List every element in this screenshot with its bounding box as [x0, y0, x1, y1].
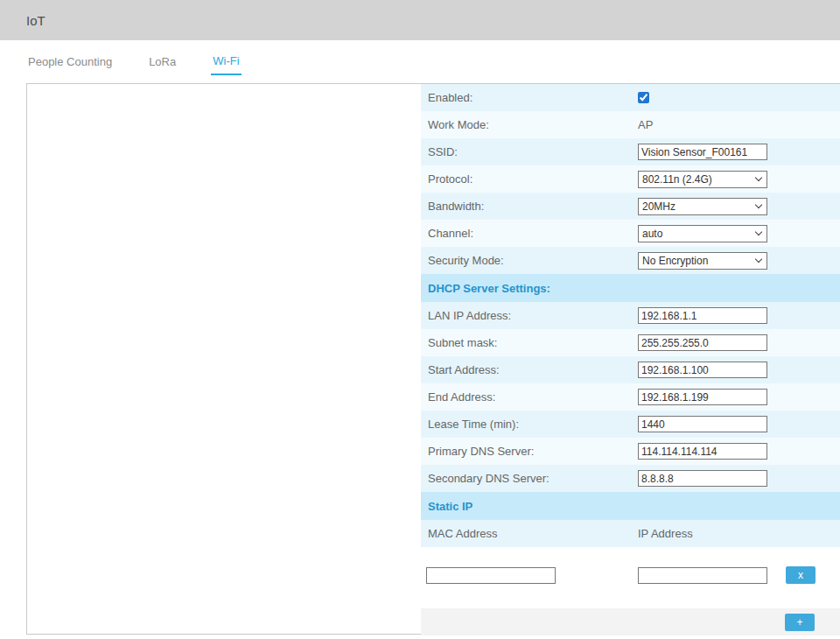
security-mode-select[interactable]: No Encryption: [638, 252, 767, 270]
end-address-row: End Address:: [421, 383, 840, 411]
secondary-dns-input[interactable]: [638, 470, 767, 487]
start-address-input[interactable]: [638, 362, 767, 378]
security-mode-label: Security Mode:: [421, 254, 638, 267]
ip-address-input[interactable]: [638, 567, 767, 584]
lease-time-label: Lease Time (min):: [421, 418, 638, 431]
channel-label: Channel:: [421, 227, 638, 240]
lan-ip-input[interactable]: [638, 307, 767, 324]
channel-select[interactable]: auto: [638, 225, 767, 242]
subnet-mask-row: Subnet mask:: [421, 329, 840, 356]
chevron-down-icon: [755, 228, 762, 235]
dhcp-section-title: DHCP Server Settings:: [421, 282, 550, 295]
primary-dns-input[interactable]: [638, 443, 767, 460]
tab-bar: People Counting LoRa Wi-Fi: [0, 40, 840, 83]
lan-ip-row: LAN IP Address:: [421, 302, 840, 329]
page-header: IoT: [0, 0, 840, 40]
add-static-ip-row: +: [421, 608, 840, 635]
security-mode-row: Security Mode: No Encryption: [421, 247, 840, 274]
security-mode-selected-value: No Encryption: [642, 255, 708, 267]
subnet-mask-input[interactable]: [638, 334, 767, 351]
spacer: [421, 589, 840, 608]
lease-time-row: Lease Time (min):: [421, 411, 840, 438]
tab-lora[interactable]: LoRa: [147, 50, 178, 74]
chevron-down-icon: [755, 201, 762, 208]
end-address-label: End Address:: [421, 390, 638, 404]
protocol-selected-value: 802.11n (2.4G): [642, 173, 712, 186]
work-mode-label: Work Mode:: [421, 118, 638, 131]
primary-dns-row: Primary DNS Server:: [421, 438, 840, 465]
protocol-select[interactable]: 802.11n (2.4G): [638, 171, 767, 188]
chevron-down-icon: [755, 174, 762, 181]
chevron-down-icon: [755, 256, 762, 263]
secondary-dns-label: Secondary DNS Server:: [421, 472, 638, 485]
primary-dns-label: Primary DNS Server:: [421, 445, 638, 458]
bandwidth-selected-value: 20MHz: [642, 200, 676, 213]
dhcp-section-header: DHCP Server Settings:: [421, 274, 840, 302]
start-address-row: Start Address:: [421, 356, 840, 383]
mac-address-column-header: MAC Address: [421, 527, 638, 540]
wifi-form: Enabled: Work Mode: AP SSID: Protocol: 8…: [421, 84, 840, 634]
spacer: [421, 547, 840, 561]
static-ip-entry-row: x: [421, 561, 840, 589]
start-address-label: Start Address:: [421, 363, 638, 376]
tab-wifi[interactable]: Wi-Fi: [211, 49, 241, 75]
tab-people-counting[interactable]: People Counting: [26, 50, 114, 74]
channel-selected-value: auto: [642, 228, 662, 240]
static-ip-section-title: Static IP: [421, 500, 472, 513]
lease-time-input[interactable]: [638, 416, 767, 432]
protocol-row: Protocol: 802.11n (2.4G): [421, 165, 840, 193]
secondary-dns-row: Secondary DNS Server:: [421, 465, 840, 492]
channel-row: Channel: auto: [421, 220, 840, 247]
bandwidth-row: Bandwidth: 20MHz: [421, 193, 840, 220]
ssid-input[interactable]: [638, 144, 767, 160]
enabled-checkbox[interactable]: [638, 92, 649, 103]
page-title: IoT: [26, 13, 46, 28]
lan-ip-label: LAN IP Address:: [421, 309, 638, 322]
ip-address-column-header: IP Address: [638, 527, 693, 540]
bandwidth-select[interactable]: 20MHz: [638, 198, 767, 215]
protocol-label: Protocol:: [421, 172, 638, 186]
add-static-ip-button[interactable]: +: [785, 614, 815, 631]
enabled-row: Enabled:: [421, 84, 840, 111]
ssid-row: SSID:: [421, 138, 840, 165]
mac-address-input[interactable]: [426, 567, 556, 584]
wifi-settings-panel: Enabled: Work Mode: AP SSID: Protocol: 8…: [26, 83, 840, 635]
work-mode-value: AP: [638, 118, 653, 131]
work-mode-row: Work Mode: AP: [421, 111, 840, 138]
end-address-input[interactable]: [638, 389, 767, 405]
delete-static-ip-button[interactable]: x: [786, 566, 816, 584]
subnet-mask-label: Subnet mask:: [421, 336, 638, 349]
static-ip-column-headers: MAC Address IP Address: [421, 520, 840, 547]
bandwidth-label: Bandwidth:: [421, 200, 638, 213]
enabled-label: Enabled:: [421, 91, 638, 104]
static-ip-section-header: Static IP: [421, 492, 840, 520]
ssid-label: SSID:: [421, 145, 638, 158]
